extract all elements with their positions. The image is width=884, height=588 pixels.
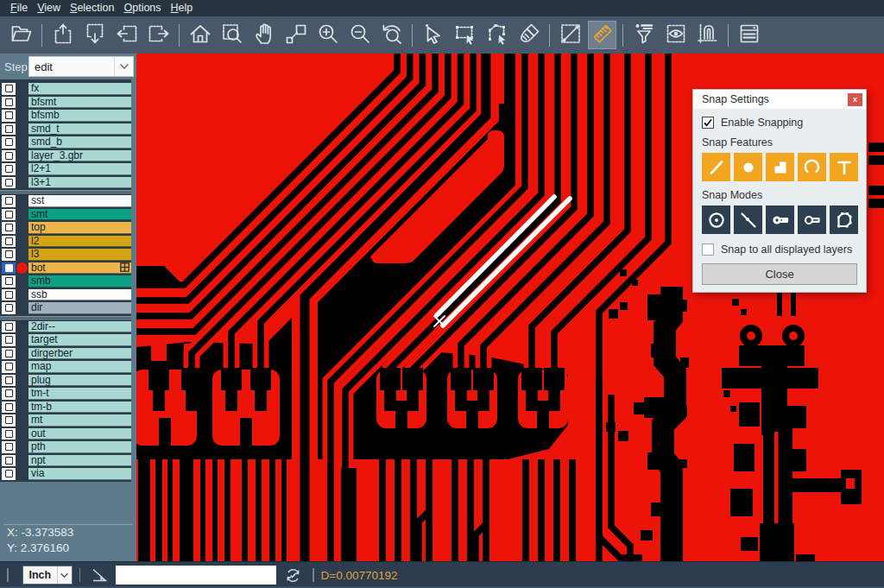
snap-center-button[interactable] (702, 205, 730, 234)
move-view-right-button[interactable] (144, 21, 173, 49)
layer-checkbox[interactable] (2, 455, 16, 467)
layer-row-top[interactable]: top (0, 222, 131, 236)
layer-name-cell[interactable]: mt (28, 414, 131, 427)
layer-row-tm-t[interactable]: tm-t (0, 388, 131, 401)
zoom-previous-button[interactable] (377, 21, 406, 49)
layer-name-cell[interactable]: 2dir-- (28, 321, 131, 333)
unit-select[interactable]: Inch (22, 566, 73, 585)
layer-row-mt[interactable]: mt (0, 414, 131, 428)
layer-checkbox[interactable] (2, 110, 16, 122)
layer-checkbox[interactable] (2, 97, 16, 109)
layer-name-cell[interactable]: top (28, 222, 131, 234)
menu-options[interactable]: Options (123, 0, 161, 16)
layer-checkbox[interactable] (2, 236, 16, 248)
move-view-left-button[interactable] (112, 21, 141, 49)
layer-checkbox[interactable] (2, 209, 16, 221)
measure-line-button[interactable] (556, 21, 584, 49)
layer-name-cell[interactable]: l3+1 (28, 177, 131, 189)
layer-name-cell[interactable]: map (28, 361, 131, 373)
layer-row-dir[interactable]: dir (0, 302, 131, 316)
layer-checkbox[interactable] (2, 302, 16, 314)
layer-checkbox[interactable] (2, 334, 16, 346)
layer-checkbox[interactable] (2, 83, 16, 95)
measure-angle-icon[interactable] (92, 567, 108, 583)
layer-name-cell[interactable]: sst (28, 195, 131, 207)
move-view-down-button[interactable] (80, 21, 109, 49)
snap-pad-button[interactable] (734, 153, 762, 181)
layer-checkbox[interactable] (2, 468, 16, 480)
zoom-home-button[interactable] (186, 21, 214, 49)
layer-name-cell[interactable]: smd_t (28, 123, 131, 136)
layer-name-cell[interactable]: ssb (28, 289, 131, 301)
zoom-window-button[interactable] (218, 21, 246, 49)
layer-checkbox[interactable] (2, 375, 16, 387)
layer-row-map[interactable]: map (0, 361, 131, 375)
layer-row-plug[interactable]: plug (0, 375, 131, 389)
open-folder-button[interactable] (7, 21, 35, 49)
zoom-selection-button[interactable] (281, 21, 310, 49)
layer-row-bot[interactable]: bot (0, 262, 131, 276)
layer-checkbox[interactable] (2, 321, 16, 333)
sync-refresh-icon[interactable] (285, 567, 301, 584)
layer-row-smt[interactable]: smt (0, 209, 131, 223)
filter-funnel-button[interactable] (629, 21, 658, 49)
layer-name-cell[interactable]: dirgerber (28, 348, 131, 360)
layer-checkbox[interactable] (2, 388, 16, 400)
layer-checkbox[interactable] (2, 150, 16, 162)
layer-row-out[interactable]: out (0, 428, 131, 442)
layer-checkbox[interactable] (2, 428, 16, 440)
menu-help[interactable]: Help (171, 0, 193, 16)
snap-text-button[interactable] (830, 153, 858, 181)
layer-name-cell[interactable]: tm-t (28, 388, 131, 400)
layer-checkbox[interactable] (2, 289, 16, 301)
layer-name-cell[interactable]: smd_b (28, 136, 131, 149)
snap-surface-button[interactable] (766, 153, 794, 181)
snap-all-layers-checkbox[interactable] (702, 243, 714, 256)
snap-magnet-button[interactable] (693, 21, 722, 49)
layer-name-cell[interactable]: tm-b (28, 401, 131, 414)
layer-name-cell[interactable]: out (28, 428, 131, 440)
snap-line-button[interactable] (702, 153, 730, 181)
layer-row-bfsmb[interactable]: bfsmb (0, 110, 131, 123)
layer-name-cell[interactable]: dir (28, 302, 131, 314)
layer-checkbox[interactable] (2, 348, 16, 360)
layer-checkbox[interactable] (2, 222, 16, 234)
dialog-titlebar[interactable]: Snap Settings x (693, 90, 866, 109)
snap-midpoint-button[interactable] (734, 205, 762, 234)
layer-name-cell[interactable]: smt (28, 209, 131, 221)
enable-snapping-row[interactable]: Enable Snapping (702, 117, 857, 129)
snap-arc-button[interactable] (798, 153, 826, 181)
layer-row-smd_b[interactable]: smd_b (0, 136, 131, 150)
layer-checkbox[interactable] (2, 275, 16, 288)
menu-file[interactable]: File (10, 0, 28, 16)
layer-checkbox[interactable] (2, 123, 16, 136)
dialog-close-button[interactable]: x (848, 93, 862, 106)
layer-checkbox[interactable] (2, 414, 16, 427)
layer-row-npt[interactable]: npt (0, 455, 131, 469)
layer-checkbox[interactable] (2, 177, 16, 189)
layer-name-cell[interactable]: layer_3.gbr (28, 150, 131, 162)
clean-brush-button[interactable] (515, 21, 543, 49)
layer-row-smb[interactable]: smb (0, 275, 131, 289)
layer-row-l2+1[interactable]: l2+1 (0, 163, 131, 177)
report-list-button[interactable] (735, 21, 763, 49)
layer-checkbox[interactable] (2, 163, 16, 175)
layer-name-cell[interactable]: l2 (28, 236, 131, 248)
layer-name-cell[interactable]: bot (28, 262, 131, 275)
layer-name-cell[interactable]: smb (28, 275, 131, 288)
layer-row-l3+1[interactable]: l3+1 (0, 177, 131, 191)
move-view-up-button[interactable] (48, 21, 77, 49)
layer-name-cell[interactable]: pth (28, 441, 131, 453)
measure-input[interactable] (116, 566, 276, 585)
layer-row-2dir--[interactable]: 2dir-- (0, 321, 131, 335)
zoom-out-button[interactable] (345, 21, 374, 49)
layer-row-tm-b[interactable]: tm-b (0, 401, 131, 415)
layer-name-cell[interactable]: via (28, 468, 131, 480)
layer-checkbox[interactable] (2, 249, 16, 261)
layer-name-cell[interactable]: bfsmt (28, 97, 131, 109)
layer-name-cell[interactable]: npt (28, 455, 131, 467)
select-polygon-button[interactable] (483, 21, 511, 49)
view-options-button[interactable] (661, 21, 690, 49)
measure-ruler-button[interactable] (588, 21, 616, 49)
layer-name-cell[interactable]: plug (28, 375, 131, 387)
